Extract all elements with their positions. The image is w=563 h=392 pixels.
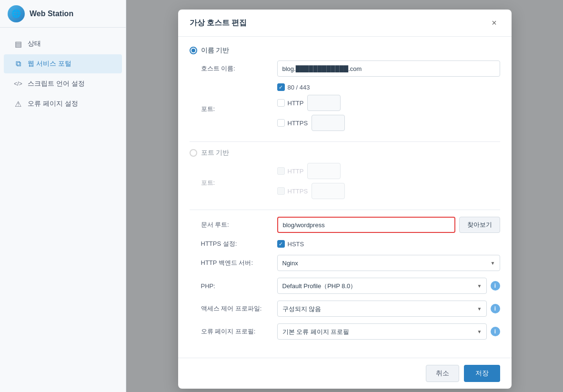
https-settings-control: ✓ HSTS	[277, 240, 500, 248]
section-divider-1	[190, 141, 500, 142]
name-based-section: 이름 기반 호스트 이름: 포트:	[190, 46, 500, 135]
port-based-http-label: HTTP	[288, 168, 304, 175]
php-label: PHP:	[201, 282, 277, 290]
php-select[interactable]: Default Profile（PHP 8.0）	[277, 278, 487, 294]
error-page-row: 오류 페이지 프로필: 기본 오류 페이지 프로필 i	[190, 323, 500, 340]
sidebar-item-script[interactable]: </> 스크립트 언어 설정	[4, 74, 122, 93]
error-page-label: 오류 페이지 프로필:	[201, 327, 277, 336]
web-service-icon: ⧉	[13, 59, 23, 69]
main-content: 가상 호스트 편집 × 이름 기반 호스트 이름:	[126, 0, 563, 392]
http-port-row: HTTP	[277, 95, 500, 111]
https-port-row: HTTPS	[277, 115, 500, 131]
edit-virtual-host-dialog: 가상 호스트 편집 × 이름 기반 호스트 이름:	[178, 10, 512, 389]
error-icon: ⚠	[13, 99, 23, 109]
https-label: HTTPS	[288, 120, 308, 127]
port-based-http-checkbox	[277, 167, 285, 175]
https-port-item: HTTPS	[277, 115, 345, 131]
http-port-input[interactable]	[307, 95, 341, 111]
port-based-https-port-input	[312, 183, 345, 199]
access-control-label: 액세스 제어 프로파일:	[201, 304, 277, 313]
dialog-body: 이름 기반 호스트 이름: 포트:	[178, 37, 512, 358]
sidebar-item-label-web-service: 웹 서비스 포털	[28, 60, 71, 68]
host-name-input-wrapper	[277, 60, 500, 77]
host-name-input[interactable]	[277, 60, 500, 77]
name-based-label: 이름 기반	[201, 46, 230, 55]
doc-root-row: 문서 루트: 찾아보기	[190, 217, 500, 233]
port-80-443-checkbox[interactable]: ✓	[277, 83, 285, 91]
host-name-label: 호스트 이름:	[201, 64, 277, 73]
php-select-wrapper: Default Profile（PHP 8.0）	[277, 278, 487, 294]
port-based-https-checkbox	[277, 187, 285, 195]
doc-root-label: 문서 루트:	[201, 221, 277, 229]
sidebar-nav: ▤ 상태 ⧉ 웹 서비스 포털 </> 스크립트 언어 설정 ⚠ 오류 페이지 …	[0, 28, 126, 120]
sidebar-item-web-service[interactable]: ⧉ 웹 서비스 포털	[4, 54, 122, 73]
dialog-overlay: 가상 호스트 편집 × 이름 기반 호스트 이름:	[126, 0, 563, 392]
php-row: PHP: Default Profile（PHP 8.0） i	[190, 278, 500, 294]
http-backend-label: HTTP 백엔드 서버:	[201, 259, 277, 267]
port-based-http-port-input	[307, 163, 341, 179]
port-based-radio[interactable]: 포트 기반	[190, 149, 500, 157]
port-row: 포트: ✓ 80 / 443 HTT	[190, 83, 500, 135]
port-80-443-label: 80 / 443	[288, 84, 310, 91]
access-control-select-wrapper: 구성되지 않음	[277, 301, 487, 317]
https-settings-row: HTTPS 설정: ✓ HSTS	[190, 240, 500, 248]
port-based-radio-circle	[190, 149, 197, 157]
port-based-port-row: 포트: HTTP	[190, 163, 500, 203]
dialog-footer: 취소 저장	[178, 358, 512, 389]
cancel-button[interactable]: 취소	[426, 365, 459, 382]
port-based-http-item: HTTP	[277, 163, 341, 179]
http-label: HTTP	[288, 100, 304, 107]
https-port-input[interactable]	[312, 115, 345, 131]
port-based-http-row: HTTP	[277, 163, 500, 179]
hsts-label: HSTS	[288, 241, 304, 248]
sidebar-item-error[interactable]: ⚠ 오류 페이지 설정	[4, 94, 122, 113]
access-control-info-button[interactable]: i	[491, 304, 500, 313]
sidebar-item-status[interactable]: ▤ 상태	[4, 34, 122, 53]
access-control-row: 액세스 제어 프로파일: 구성되지 않음 i	[190, 301, 500, 317]
hsts-checkbox[interactable]: ✓	[277, 240, 285, 248]
port-80-443-row: ✓ 80 / 443	[277, 83, 500, 91]
https-checkbox[interactable]	[277, 119, 285, 127]
status-icon: ▤	[13, 39, 23, 49]
https-settings-label: HTTPS 설정:	[201, 240, 277, 248]
doc-root-input[interactable]	[277, 217, 455, 233]
save-button[interactable]: 저장	[464, 365, 500, 382]
section-divider-2	[190, 210, 500, 210]
port-based-https-row: HTTPS	[277, 183, 500, 199]
name-based-radio[interactable]: 이름 기반	[190, 46, 500, 55]
sidebar-header: 🌐 Web Station	[0, 0, 126, 28]
app-title: Web Station	[30, 10, 73, 18]
http-port-item: HTTP	[277, 95, 341, 111]
script-icon: </>	[13, 79, 23, 89]
hsts-item: ✓ HSTS	[277, 240, 493, 248]
http-backend-select[interactable]: Nginx	[277, 255, 500, 271]
error-page-select-wrapper: 기본 오류 페이지 프로필	[277, 323, 487, 340]
close-button[interactable]: ×	[489, 17, 500, 29]
browse-button[interactable]: 찾아보기	[459, 217, 500, 233]
access-control-select[interactable]: 구성되지 않음	[277, 301, 487, 317]
http-backend-select-wrapper: Nginx	[277, 255, 500, 271]
port-control: ✓ 80 / 443 HTTP	[277, 83, 500, 135]
sidebar-item-label-error: 오류 페이지 설정	[28, 100, 78, 108]
sidebar: 🌐 Web Station ▤ 상태 ⧉ 웹 서비스 포털 </> 스크립트 언…	[0, 0, 126, 392]
dialog-title: 가상 호스트 편집	[190, 18, 247, 28]
sidebar-item-label-status: 상태	[28, 40, 41, 48]
port-based-label: 포트 기반	[201, 149, 230, 157]
port-80-443-item: ✓ 80 / 443	[277, 83, 310, 91]
error-page-info-button[interactable]: i	[491, 327, 500, 336]
name-based-radio-circle	[190, 47, 197, 54]
sidebar-item-label-script: 스크립트 언어 설정	[28, 80, 85, 88]
dialog-header: 가상 호스트 편집 ×	[178, 10, 512, 37]
host-name-row: 호스트 이름:	[190, 60, 500, 77]
port-based-https-label: HTTPS	[288, 188, 308, 195]
http-checkbox[interactable]	[277, 99, 285, 107]
app-logo: 🌐	[8, 5, 25, 22]
error-page-select[interactable]: 기본 오류 페이지 프로필	[277, 323, 487, 340]
port-based-https-item: HTTPS	[277, 183, 345, 199]
port-based-section: 포트 기반 포트: HTTP	[190, 149, 500, 203]
port-label: 포트:	[201, 105, 277, 113]
http-backend-row: HTTP 백엔드 서버: Nginx	[190, 255, 500, 271]
php-info-button[interactable]: i	[491, 281, 500, 291]
port-based-port-label: 포트:	[201, 179, 277, 187]
port-based-port-control: HTTP HTTPS	[277, 163, 500, 203]
